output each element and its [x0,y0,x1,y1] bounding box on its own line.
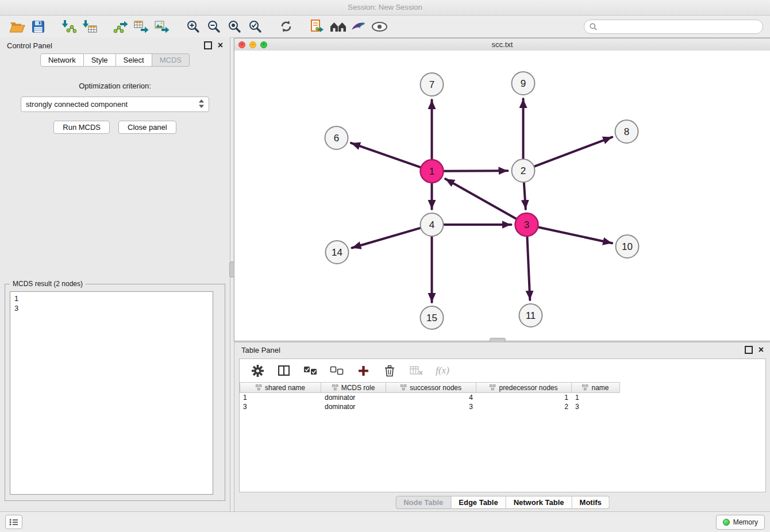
table-cell[interactable]: 2 [476,402,572,411]
network-graph: 7968124314101511 [234,51,770,341]
close-control-panel-icon[interactable]: × [218,43,223,48]
create-column-button[interactable] [356,363,371,378]
node-6[interactable]: 6 [325,126,348,149]
zoom-fit-button[interactable] [224,17,245,36]
window-title: Session: New Session [348,3,422,11]
table-row[interactable]: 3dominator323 [240,402,765,411]
node-10[interactable]: 10 [616,235,639,258]
deselect-all-button[interactable] [329,363,344,378]
float-table-panel-icon[interactable] [745,346,753,354]
save-session-button[interactable] [28,17,48,36]
refresh-layout-button[interactable] [276,17,297,36]
delete-table-button[interactable] [409,363,424,378]
close-table-panel-icon[interactable]: × [759,347,764,353]
tab-mcds[interactable]: MCDS [152,53,190,67]
node-4[interactable]: 4 [421,213,444,236]
column-label: predecessor nodes [499,384,557,392]
table-panel-content: f(x) shared nameMCDS rolesuccessor nodes… [239,358,766,492]
delete-column-button[interactable] [382,363,397,378]
edge-2-3[interactable] [524,183,526,209]
edge-3-11[interactable] [527,237,530,300]
node-15[interactable]: 15 [421,306,444,329]
delete-table-icon [410,366,423,375]
node-9[interactable]: 9 [512,72,535,95]
edge-2-8[interactable] [534,137,612,167]
close-panel-button[interactable]: Close panel [118,121,176,134]
column-header-MCDS-role[interactable]: MCDS role [321,382,386,393]
zoom-selected-button[interactable] [245,17,265,36]
column-header-successor-nodes[interactable]: successor nodes [386,382,476,393]
export-table-button[interactable] [131,17,152,36]
criterion-select[interactable]: strongly connected component [21,97,209,112]
task-history-button[interactable] [5,515,22,529]
table-cell[interactable]: 3 [240,402,321,411]
style-button[interactable] [348,17,369,36]
table-cell[interactable]: 1 [476,393,572,402]
table-cell[interactable]: 1 [572,393,620,402]
column-header-shared-name[interactable]: shared name [240,382,321,393]
network-canvas[interactable]: 7968124314101511 [234,51,770,341]
edge-1-2[interactable] [444,171,507,171]
function-builder-button[interactable]: f(x) [435,363,450,378]
zoom-out-button[interactable] [203,17,224,36]
node-7[interactable]: 7 [421,73,444,96]
network-window-title: scc.txt [234,40,770,49]
node-2[interactable]: 2 [512,159,535,182]
search-input[interactable] [600,22,757,31]
export-image-button[interactable] [152,17,172,36]
search-box[interactable] [584,20,763,34]
edge-4-14[interactable] [352,228,420,248]
tab-edge-table[interactable]: Edge Table [451,496,506,509]
minimize-window-button[interactable]: − [249,41,256,48]
zoom-in-icon [186,20,200,33]
network-view-window: × − + scc.txt 7968124314101511 [234,38,770,341]
node-8[interactable]: 8 [615,120,638,143]
node-1[interactable]: 1 [421,160,444,183]
clone-network-button[interactable] [307,17,328,36]
open-session-button[interactable] [7,17,28,36]
tab-style[interactable]: Style [84,53,116,67]
table-cell[interactable]: 3 [572,402,620,411]
table-settings-button[interactable] [250,363,265,378]
table-row[interactable]: 1dominator411 [240,393,765,402]
tab-motifs[interactable]: Motifs [572,496,610,509]
edge-1-6[interactable] [351,143,421,167]
import-network-button[interactable] [59,17,79,36]
tab-network-table[interactable]: Network Table [506,496,572,509]
zoom-in-button[interactable] [183,17,203,36]
tab-select[interactable]: Select [116,53,152,67]
column-header-name[interactable]: name [572,382,620,393]
float-panel-icon[interactable] [204,41,212,49]
import-table-button[interactable] [79,17,100,36]
maximize-window-button[interactable]: + [260,41,267,48]
zoom-out-icon [207,20,221,33]
mcds-result-text[interactable]: 1 3 [10,291,213,495]
run-mcds-button[interactable]: Run MCDS [53,121,110,134]
select-all-button[interactable] [303,363,318,378]
edge-3-1[interactable] [445,179,516,218]
table-cell[interactable]: dominator [321,393,386,402]
tab-network[interactable]: Network [40,53,84,67]
vertical-splitter-handle[interactable] [229,261,234,277]
table-cell[interactable]: 4 [386,393,476,402]
home-button[interactable] [328,17,348,36]
mcds-actions: Run MCDS Close panel [0,121,230,134]
node-3[interactable]: 3 [515,213,538,236]
node-label: 6 [334,133,339,144]
edge-3-10[interactable] [538,227,612,243]
close-window-button[interactable]: × [238,41,245,48]
show-columns-button[interactable] [276,363,291,378]
add-icon [358,365,369,376]
table-cell[interactable]: 1 [240,393,321,402]
export-network-button[interactable] [110,17,131,36]
zoom-fit-icon [228,20,241,33]
node-table-header: shared nameMCDS rolesuccessor nodesprede… [240,382,765,393]
memory-button[interactable]: Memory [716,515,765,530]
column-header-predecessor-nodes[interactable]: predecessor nodes [476,382,572,393]
table-cell[interactable]: 3 [386,402,476,411]
tab-node-table[interactable]: Node Table [395,496,451,509]
node-14[interactable]: 14 [326,241,349,264]
table-cell[interactable]: dominator [321,402,386,411]
show-hide-button[interactable] [369,17,390,36]
node-11[interactable]: 11 [519,304,542,327]
